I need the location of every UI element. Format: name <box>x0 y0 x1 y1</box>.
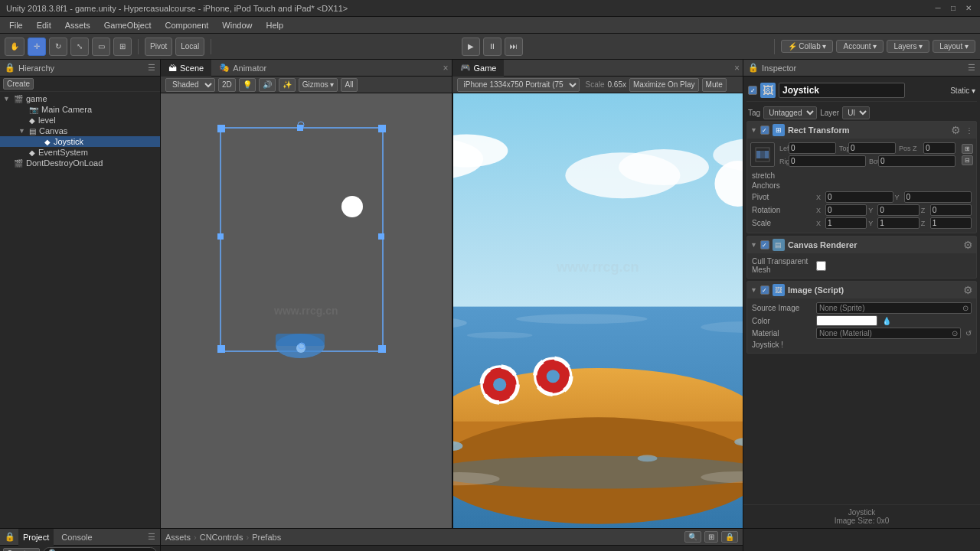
toolbar-pivot-button[interactable]: Pivot <box>145 37 172 56</box>
inspector-static-label[interactable]: Static ▾ <box>950 86 975 95</box>
source-image-field[interactable]: None (Sprite) ⊙ <box>816 302 972 314</box>
toolbar-move-tool[interactable]: ✛ <box>28 37 46 56</box>
image-script-settings[interactable]: ⚙ <box>963 284 973 296</box>
scale-z-value[interactable] <box>930 217 972 229</box>
breadcrumb-assets[interactable]: Assets <box>165 533 191 542</box>
rect-bottom-input[interactable]: Bottom <box>869 155 956 167</box>
inspector-active-checkbox[interactable]: ✓ <box>748 86 757 95</box>
rect-r1-button[interactable]: ⊞ <box>962 144 973 154</box>
tab-game[interactable]: 🎮 Game <box>452 60 505 77</box>
hierarchy-item-canvas[interactable]: ▼ ▤ Canvas <box>0 126 160 136</box>
tab-scene[interactable]: 🏔 Scene <box>161 60 211 77</box>
toolbar-layers-button[interactable]: Layers ▾ <box>887 40 929 53</box>
hierarchy-item-game[interactable]: ▼ 🎬 game <box>0 93 160 104</box>
toolbar-collab-button[interactable]: ⚡ Collab ▾ <box>781 40 834 53</box>
source-image-pick-icon[interactable]: ⊙ <box>962 304 969 312</box>
material-refresh-icon[interactable]: ↺ <box>965 329 972 337</box>
rect-top-value[interactable] <box>848 142 896 154</box>
rect-posz-input[interactable]: Pos Z <box>899 142 956 154</box>
project-menu-icon[interactable]: ☰ <box>148 532 155 542</box>
canvas-renderer-checkbox[interactable]: ✓ <box>760 240 769 249</box>
rect-menu-icon[interactable]: ⋮ <box>965 126 973 135</box>
game-mute-button[interactable]: Mute <box>702 78 727 92</box>
rect-bottom-value[interactable] <box>878 155 956 167</box>
rect-left-value[interactable] <box>789 142 836 154</box>
rect-right-input[interactable]: Right <box>779 155 866 167</box>
hierarchy-item-level[interactable]: ◆ level <box>0 115 160 126</box>
hierarchy-create-button[interactable]: Create <box>3 78 34 90</box>
toolbar-layout-button[interactable]: Layout ▾ <box>933 40 975 53</box>
pivot-y-value[interactable] <box>904 191 972 203</box>
rect-settings-icon[interactable]: ⚙ <box>951 124 961 136</box>
rotation-y-input[interactable]: Y <box>868 204 919 216</box>
tab-animator[interactable]: 🎭 Animator <box>211 60 274 77</box>
window-controls[interactable]: ─ □ ✕ <box>933 3 974 14</box>
rotation-x-value[interactable] <box>825 204 867 216</box>
color-swatch[interactable] <box>816 315 877 326</box>
toolbar-local-button[interactable]: Local <box>175 37 204 56</box>
image-script-header[interactable]: ▼ ✓ 🖼 Image (Script) ⚙ <box>747 282 976 298</box>
menu-file[interactable]: File <box>3 19 29 31</box>
game-maximize-button[interactable]: Maximize On Play <box>629 78 699 92</box>
game-panel-close[interactable]: × <box>734 63 740 73</box>
inspector-menu-icon[interactable]: ☰ <box>968 63 975 73</box>
component-rect-transform-header[interactable]: ▼ ✓ ⊞ Rect Transform ⚙ ⋮ <box>747 122 976 139</box>
toolbar-scale-tool[interactable]: ⤡ <box>70 37 89 56</box>
scene-viewport[interactable]: www.rrcg.cn <box>161 93 452 528</box>
inspector-obj-name-input[interactable] <box>779 83 905 98</box>
rect-posz-value[interactable] <box>923 142 956 154</box>
breadcrumb-prefabs[interactable]: Prefabs <box>252 533 281 542</box>
rotation-y-value[interactable] <box>877 204 919 216</box>
color-eyedropper-icon[interactable]: 💧 <box>882 317 891 325</box>
menu-component[interactable]: Component <box>158 19 214 31</box>
hierarchy-item-joystick[interactable]: ◆ Joystick <box>0 136 160 147</box>
scene-audio-button[interactable]: 🔊 <box>259 78 276 92</box>
game-device-select[interactable]: iPhone 1334x750 Portrait (750) <box>457 78 580 92</box>
scene-shading-select[interactable]: Shaded <box>165 78 215 92</box>
rect-top-input[interactable]: Top <box>839 142 896 154</box>
tab-project[interactable]: Project <box>18 529 54 546</box>
toolbar-account-button[interactable]: Account ▾ <box>836 40 884 53</box>
rect-active-checkbox[interactable]: ✓ <box>760 126 769 135</box>
assets-view-button[interactable]: ⊞ <box>704 531 718 543</box>
assets-search-button[interactable]: 🔍 <box>684 531 701 543</box>
rect-right-value[interactable] <box>789 155 866 167</box>
scale-z-input[interactable]: Z <box>921 217 972 229</box>
scene-lights-button[interactable]: 💡 <box>239 78 256 92</box>
scale-y-value[interactable] <box>877 217 919 229</box>
menu-gameobject[interactable]: GameObject <box>98 19 158 31</box>
tab-console[interactable]: Console <box>57 529 96 546</box>
scale-y-input[interactable]: Y <box>868 217 919 229</box>
rect-r2-button[interactable]: ⊟ <box>962 155 973 165</box>
hierarchy-item-dontdestroy[interactable]: 🎬 DontDestroyOnLoad <box>0 158 160 168</box>
hierarchy-lock-icon[interactable]: 🔒 <box>5 63 15 73</box>
breadcrumb-cncontrols[interactable]: CNControls <box>200 533 243 542</box>
pivot-y-input[interactable]: Y <box>895 191 972 203</box>
material-field[interactable]: None (Material) ⊙ <box>816 328 961 339</box>
maximize-button[interactable]: □ <box>948 3 959 14</box>
toolbar-play-button[interactable]: ▶ <box>462 37 480 56</box>
image-script-checkbox[interactable]: ✓ <box>760 285 769 295</box>
pivot-x-input[interactable]: X <box>816 191 893 203</box>
toolbar-hand-tool[interactable]: ✋ <box>5 37 24 56</box>
scale-x-input[interactable]: X <box>816 217 867 229</box>
menu-window[interactable]: Window <box>216 19 258 31</box>
menu-assets[interactable]: Assets <box>59 19 96 31</box>
rotation-z-value[interactable] <box>930 204 972 216</box>
project-create-button[interactable]: Create ▾ <box>3 548 40 551</box>
scene-panel-close[interactable]: × <box>443 63 448 73</box>
hierarchy-menu-icon[interactable]: ☰ <box>148 63 155 73</box>
scale-x-value[interactable] <box>825 217 867 229</box>
scene-fx-button[interactable]: ✨ <box>279 78 296 92</box>
menu-edit[interactable]: Edit <box>31 19 57 31</box>
menu-help[interactable]: Help <box>260 19 289 31</box>
toolbar-pause-button[interactable]: ⏸ <box>483 37 501 56</box>
minimize-button[interactable]: ─ <box>933 3 943 14</box>
inspector-layer-select[interactable]: UI <box>842 106 870 119</box>
close-button[interactable]: ✕ <box>963 3 974 14</box>
hierarchy-item-maincamera[interactable]: 📷 Main Camera <box>0 104 160 115</box>
rotation-z-input[interactable]: Z <box>921 204 972 216</box>
cull-transparent-checkbox[interactable] <box>816 261 826 271</box>
rect-left-input[interactable]: Left <box>779 142 836 154</box>
scene-all-button[interactable]: All <box>341 78 357 92</box>
